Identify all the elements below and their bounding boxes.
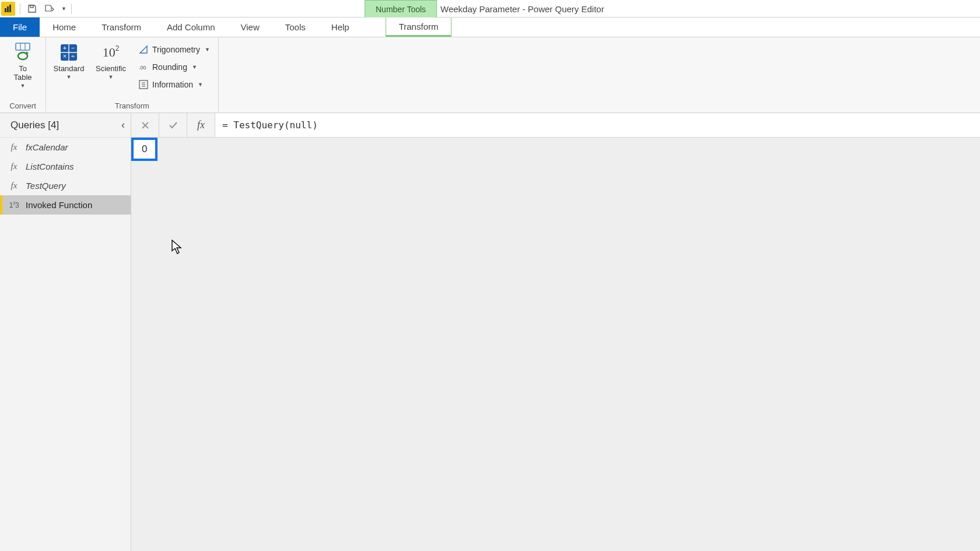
tab-home-label: Home <box>52 22 76 32</box>
to-table-icon <box>11 41 34 64</box>
query-label: fxCalendar <box>26 142 68 152</box>
tab-view[interactable]: View <box>228 17 272 37</box>
svg-text:.00: .00 <box>139 65 146 71</box>
standard-label: Standard <box>54 65 85 73</box>
group-label-convert: Convert <box>9 101 36 111</box>
app-logo-icon <box>1 2 15 16</box>
formula-input[interactable] <box>215 113 980 137</box>
query-item-invoked-function[interactable]: 123 Invoked Function <box>0 195 131 215</box>
queries-pane: Queries [4] ‹ fx fxCalendar fx ListConta… <box>0 113 131 551</box>
tab-file-label: File <box>13 22 27 32</box>
result-value: 0 <box>142 143 147 155</box>
ribbon-group-transform: + − × ÷ Standard ▼ 102 Scientific ▼ <box>46 37 219 113</box>
svg-rect-4 <box>16 43 30 50</box>
standard-icon: + − × ÷ <box>57 41 80 64</box>
collapse-queries-icon[interactable]: ‹ <box>121 119 125 131</box>
to-table-label: To Table <box>13 65 32 82</box>
query-item-testquery[interactable]: fx TestQuery <box>0 176 131 195</box>
query-label: ListContains <box>26 162 74 171</box>
formula-fx-icon[interactable]: fx <box>187 113 215 137</box>
information-label: Information <box>152 80 193 89</box>
rounding-icon: .00 <box>138 62 149 72</box>
trigonometry-label: Trigonometry <box>152 45 200 54</box>
svg-rect-0 <box>5 8 6 12</box>
tab-home[interactable]: Home <box>40 17 89 37</box>
qat-dropdown-icon[interactable]: ▼ <box>60 6 66 12</box>
information-button[interactable]: Information ▼ <box>136 77 212 92</box>
svg-text:÷: ÷ <box>71 52 75 59</box>
result-value-cell[interactable]: 0 <box>131 138 158 161</box>
svg-text:−: − <box>71 44 75 51</box>
context-tool-tab[interactable]: Number Tools <box>365 0 437 17</box>
information-icon <box>138 79 149 90</box>
ribbon-tabs: File Home Transform Add Column View Tool… <box>0 17 980 37</box>
queries-header-label: Queries [4] <box>10 120 59 131</box>
rounding-label: Rounding <box>152 62 187 72</box>
dropdown-icon: ▼ <box>66 74 72 80</box>
tab-add-column[interactable]: Add Column <box>154 17 228 37</box>
tab-context-transform[interactable]: Transform <box>386 17 452 37</box>
tab-tools[interactable]: Tools <box>272 17 318 37</box>
quick-access-toolbar: ▼ <box>0 0 73 17</box>
svg-rect-3 <box>30 5 33 8</box>
result-area: 0 <box>131 138 980 551</box>
query-item-listcontains[interactable]: fx ListContains <box>0 157 131 176</box>
content-area: fx 0 <box>131 113 980 551</box>
qat-separator <box>20 3 20 14</box>
dropdown-icon: ▼ <box>198 82 203 87</box>
svg-text:+: + <box>63 44 66 51</box>
scientific-label: Scientific <box>96 65 126 73</box>
formula-bar: fx <box>131 113 980 138</box>
dropdown-icon: ▼ <box>205 47 210 52</box>
work-area: Queries [4] ‹ fx fxCalendar fx ListConta… <box>0 113 980 551</box>
function-icon: fx <box>8 142 20 152</box>
tab-add-column-label: Add Column <box>167 22 215 32</box>
tab-help[interactable]: Help <box>318 17 362 37</box>
function-icon: fx <box>8 181 20 191</box>
number-type-icon: 123 <box>8 201 20 209</box>
group-label-transform: Transform <box>115 101 149 111</box>
tab-view-label: View <box>241 22 260 32</box>
tab-transform-label: Transform <box>102 22 141 32</box>
tab-file[interactable]: File <box>0 17 40 37</box>
ribbon-body: To Table ▼ Convert + − × ÷ <box>0 37 980 113</box>
tab-tools-label: Tools <box>285 22 306 32</box>
query-item-fxcalendar[interactable]: fx fxCalendar <box>0 138 131 157</box>
dropdown-icon: ▼ <box>20 83 26 89</box>
dropdown-icon: ▼ <box>192 64 197 70</box>
formula-accept-button[interactable] <box>159 113 187 137</box>
standard-button[interactable]: + − × ÷ Standard ▼ <box>52 41 86 80</box>
function-icon: fx <box>8 162 20 171</box>
window-title: Weekday Parameter - Power Query Editor <box>440 0 604 17</box>
svg-text:×: × <box>63 52 66 59</box>
scientific-icon: 102 <box>99 41 123 64</box>
ribbon-group-convert: To Table ▼ Convert <box>0 37 46 113</box>
window-title-text: Weekday Parameter - Power Query Editor <box>440 4 604 14</box>
queries-list: fx fxCalendar fx ListContains fx TestQue… <box>0 138 131 215</box>
scientific-button[interactable]: 102 Scientific ▼ <box>94 41 128 80</box>
query-label: TestQuery <box>26 181 66 191</box>
trigonometry-button[interactable]: Trigonometry ▼ <box>136 42 212 57</box>
query-label: Invoked Function <box>26 200 92 210</box>
qat-separator <box>71 3 72 14</box>
queries-header: Queries [4] ‹ <box>0 113 131 138</box>
rounding-button[interactable]: .00 Rounding ▼ <box>136 59 212 75</box>
tab-transform[interactable]: Transform <box>89 17 154 37</box>
trigonometry-icon <box>138 44 149 55</box>
tab-context-transform-label: Transform <box>399 22 439 31</box>
svg-rect-2 <box>9 5 11 12</box>
svg-rect-1 <box>7 6 9 12</box>
context-tool-label: Number Tools <box>376 5 426 14</box>
formula-cancel-button[interactable] <box>131 113 159 137</box>
dropdown-icon: ▼ <box>108 74 114 80</box>
to-table-button[interactable]: To Table ▼ <box>6 41 40 89</box>
save-as-icon[interactable] <box>43 2 57 16</box>
save-icon[interactable] <box>25 2 39 16</box>
tab-help-label: Help <box>331 22 349 32</box>
title-bar: ▼ Number Tools Weekday Parameter - Power… <box>0 0 980 17</box>
